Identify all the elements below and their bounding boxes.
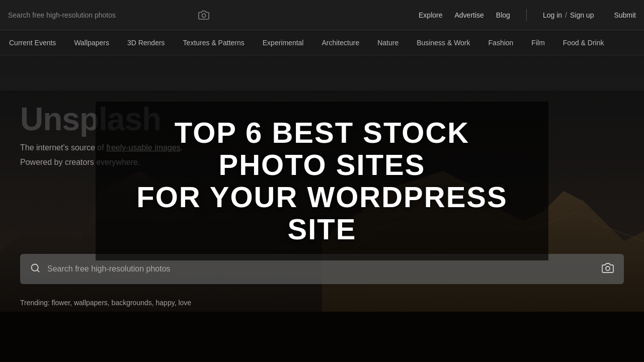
category-film[interactable]: Film	[522, 30, 553, 55]
svg-point-4	[202, 14, 205, 17]
tagline-text-3: Powered by creators everywhere.	[20, 158, 140, 166]
submit-link[interactable]: Submit	[614, 11, 636, 19]
top-nav-links: Explore Advertise Blog Log in / Sign up …	[419, 9, 636, 21]
hero-search-bar[interactable]	[20, 254, 624, 284]
category-3d-renders[interactable]: 3D Renders	[118, 30, 174, 55]
trending-label: Trending:	[20, 299, 50, 307]
blog-link[interactable]: Blog	[496, 11, 510, 19]
top-search-container[interactable]	[8, 10, 209, 21]
category-textures-patterns[interactable]: Textures & Patterns	[174, 30, 254, 55]
top-search-input[interactable]	[8, 11, 194, 19]
tagline-period: .	[181, 143, 183, 152]
explore-link[interactable]: Explore	[419, 11, 442, 19]
trending-bar: Trending: flower, wallpapers, background…	[20, 299, 191, 307]
category-navigation: Current Events Wallpapers 3D Renders Tex…	[0, 30, 644, 55]
nav-divider	[526, 9, 527, 21]
login-link[interactable]: Log in	[543, 11, 562, 19]
category-experimental[interactable]: Experimental	[254, 30, 313, 55]
trending-wallpapers[interactable]: wallpapers,	[74, 299, 110, 307]
top-navigation: Explore Advertise Blog Log in / Sign up …	[0, 0, 644, 30]
category-business-work[interactable]: Business & Work	[408, 30, 479, 55]
trending-love[interactable]: love	[178, 299, 191, 307]
hero-camera-icon[interactable]	[602, 262, 614, 277]
category-architecture[interactable]: Architecture	[312, 30, 368, 55]
top-camera-icon[interactable]	[198, 10, 209, 21]
auth-separator: /	[565, 11, 567, 19]
trending-flower[interactable]: flower,	[52, 299, 72, 307]
tagline-link[interactable]: freely-usable images	[106, 143, 181, 152]
svg-line-6	[37, 269, 39, 272]
category-fashion[interactable]: Fashion	[479, 30, 523, 55]
hero-search-input[interactable]	[47, 264, 597, 274]
tagline-text-1: The internet's source of	[20, 143, 104, 152]
category-nature[interactable]: Nature	[368, 30, 408, 55]
trending-backgrounds[interactable]: backgrounds,	[112, 299, 154, 307]
signup-link[interactable]: Sign up	[570, 11, 594, 19]
trending-happy[interactable]: happy,	[156, 299, 177, 307]
category-food-drink[interactable]: Food & Drink	[554, 30, 613, 55]
site-tagline: The internet's source of freely-usable i…	[20, 141, 183, 170]
hero-search-icon	[30, 263, 40, 276]
site-name-watermark: Unsplash	[20, 101, 161, 138]
advertise-link[interactable]: Advertise	[455, 11, 484, 19]
category-current-events[interactable]: Current Events	[0, 30, 65, 55]
auth-section: Log in / Sign up	[543, 11, 594, 19]
category-wallpapers[interactable]: Wallpapers	[65, 30, 118, 55]
svg-point-7	[606, 266, 610, 270]
